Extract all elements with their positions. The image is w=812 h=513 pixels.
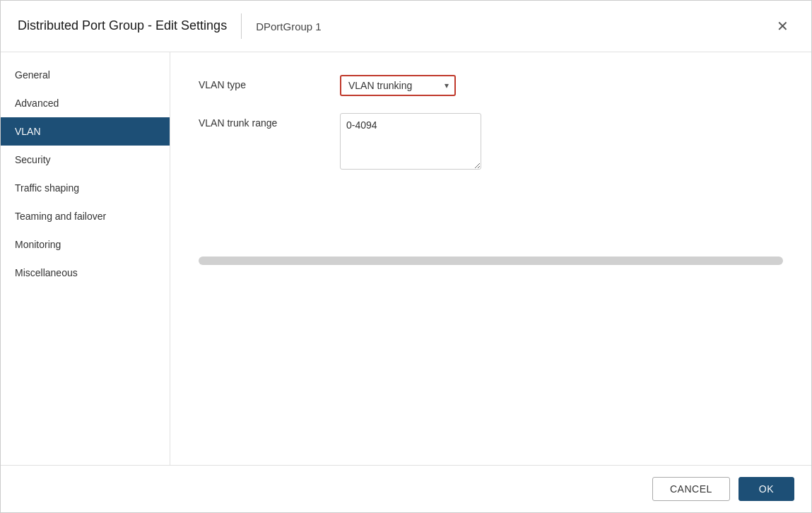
vlan-trunk-range-label: VLAN trunk range	[199, 113, 340, 129]
close-button[interactable]: ✕	[771, 16, 794, 36]
sidebar-item-monitoring[interactable]: Monitoring	[1, 230, 170, 259]
vlan-type-select[interactable]: None VLAN VLAN trunking Private VLAN	[341, 76, 454, 95]
vlan-trunk-range-control	[340, 113, 594, 172]
horizontal-scrollbar[interactable]	[199, 256, 783, 265]
vlan-type-select-wrapper[interactable]: None VLAN VLAN trunking Private VLAN ▾	[340, 75, 456, 96]
dialog-footer: CANCEL OK	[1, 465, 811, 512]
vlan-type-control: None VLAN VLAN trunking Private VLAN ▾	[340, 75, 594, 96]
main-content: VLAN type None VLAN VLAN trunking Privat…	[170, 52, 811, 465]
sidebar-item-miscellaneous[interactable]: Miscellaneous	[1, 259, 170, 287]
vlan-type-row: VLAN type None VLAN VLAN trunking Privat…	[199, 75, 783, 96]
sidebar-item-advanced[interactable]: Advanced	[1, 89, 170, 117]
vlan-trunk-range-row: VLAN trunk range	[199, 113, 783, 172]
dialog-title: Distributed Port Group - Edit Settings	[18, 18, 227, 34]
sidebar-item-traffic-shaping[interactable]: Traffic shaping	[1, 174, 170, 202]
sidebar: General Advanced VLAN Security Traffic s…	[1, 52, 170, 465]
header-divider	[241, 13, 242, 39]
vlan-trunk-range-input[interactable]	[340, 113, 481, 170]
sidebar-item-general[interactable]: General	[1, 61, 170, 89]
sidebar-item-vlan[interactable]: VLAN	[1, 117, 170, 146]
vlan-type-label: VLAN type	[199, 75, 340, 90]
dialog-header: Distributed Port Group - Edit Settings D…	[1, 1, 811, 52]
dialog-body: General Advanced VLAN Security Traffic s…	[1, 52, 811, 465]
dialog-subtitle: DPortGroup 1	[256, 20, 322, 33]
sidebar-item-security[interactable]: Security	[1, 146, 170, 174]
cancel-button[interactable]: CANCEL	[652, 477, 730, 501]
dialog-container: Distributed Port Group - Edit Settings D…	[0, 0, 812, 513]
sidebar-item-teaming-failover[interactable]: Teaming and failover	[1, 202, 170, 230]
ok-button[interactable]: OK	[739, 477, 794, 501]
